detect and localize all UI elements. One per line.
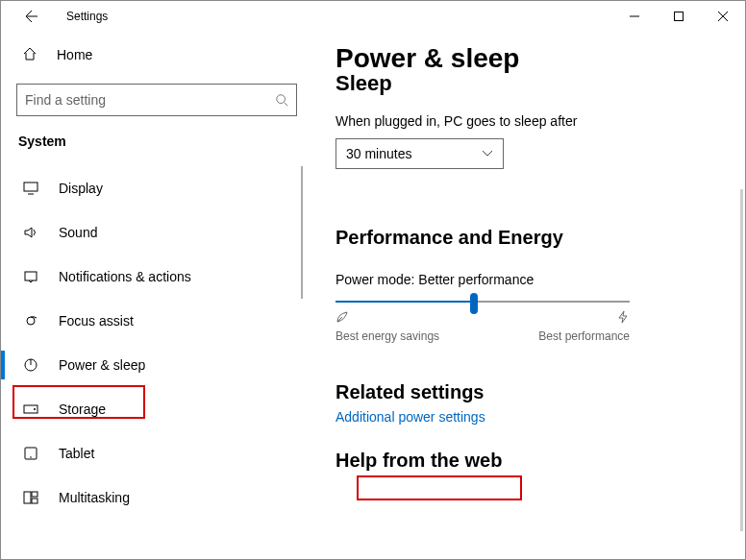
sidebar-item-label: Sound [59, 225, 97, 240]
sound-icon [22, 226, 39, 239]
sidebar-item-label: Focus assist [59, 313, 134, 329]
home-icon [22, 46, 37, 64]
power-mode-label: Power mode: Better performance [336, 272, 722, 287]
slider-thumb[interactable] [470, 293, 478, 314]
page-title: Power & sleep [336, 43, 722, 74]
help-heading: Help from the web [336, 450, 722, 472]
sidebar-home-label: Home [57, 47, 92, 62]
storage-icon [22, 403, 39, 415]
sidebar-item-sound[interactable]: Sound [16, 210, 297, 255]
sidebar-item-focus-assist[interactable]: Focus assist [16, 299, 297, 343]
chevron-down-icon [482, 150, 493, 158]
sidebar-item-power-sleep[interactable]: Power & sleep [16, 343, 297, 387]
window-title: Settings [66, 10, 108, 23]
sidebar-item-label: Tablet [59, 446, 94, 461]
svg-rect-0 [675, 12, 684, 21]
slider-labels: Best energy savings Best performance [336, 329, 630, 343]
additional-power-settings-link[interactable]: Additional power settings [336, 409, 722, 425]
main-scrollbar[interactable] [740, 189, 743, 531]
sidebar-scrollbar[interactable] [301, 166, 303, 299]
svg-rect-11 [32, 492, 37, 497]
multitasking-icon [22, 491, 39, 504]
search-icon [275, 93, 288, 107]
power-mode-slider[interactable] [336, 301, 630, 324]
slider-track [336, 301, 630, 303]
search-box[interactable] [16, 84, 297, 116]
sleep-label: When plugged in, PC goes to sleep after [336, 113, 722, 129]
sidebar-section-header: System [16, 134, 297, 149]
close-icon [718, 12, 728, 21]
display-icon [22, 182, 39, 195]
sidebar-item-home[interactable]: Home [16, 36, 297, 74]
svg-rect-2 [24, 183, 37, 191]
slider-fill [336, 301, 474, 303]
sidebar-item-label: Storage [59, 402, 106, 417]
window-controls [612, 1, 745, 32]
sidebar-item-notifications[interactable]: Notifications & actions [16, 255, 297, 299]
tablet-icon [22, 447, 39, 460]
sidebar-item-label: Power & sleep [59, 357, 145, 373]
sleep-heading: Sleep [336, 71, 722, 96]
minimize-icon [630, 12, 639, 21]
slider-max-label: Best performance [538, 329, 630, 343]
back-arrow-icon [24, 9, 39, 24]
notifications-icon [22, 270, 39, 283]
sleep-dropdown-value: 30 minutes [346, 146, 411, 161]
close-button[interactable] [701, 1, 745, 32]
svg-rect-3 [25, 272, 37, 280]
sidebar-nav: Display Sound Notifications & actions Fo… [16, 166, 297, 520]
svg-rect-10 [24, 492, 31, 503]
related-heading: Related settings [336, 381, 722, 403]
focus-icon [22, 313, 39, 329]
sidebar: Home System Display Sound Notifications … [1, 32, 312, 559]
sidebar-item-label: Display [59, 181, 103, 196]
sidebar-item-display[interactable]: Display [16, 166, 297, 210]
sleep-dropdown[interactable]: 30 minutes [336, 138, 504, 169]
performance-heading: Performance and Energy [336, 227, 722, 249]
leaf-icon [336, 310, 349, 324]
slider-min-label: Best energy savings [336, 329, 439, 343]
svg-point-9 [30, 456, 32, 458]
sidebar-item-label: Notifications & actions [59, 269, 191, 284]
back-button[interactable] [16, 1, 47, 32]
svg-rect-12 [32, 499, 37, 503]
maximize-icon [674, 12, 684, 21]
power-icon [22, 357, 39, 373]
search-input[interactable] [25, 92, 275, 108]
svg-point-1 [277, 95, 286, 104]
sidebar-item-storage[interactable]: Storage [16, 387, 297, 431]
sidebar-item-tablet[interactable]: Tablet [16, 431, 297, 475]
minimize-button[interactable] [612, 1, 657, 32]
svg-point-4 [27, 317, 35, 325]
sidebar-item-multitasking[interactable]: Multitasking [16, 475, 297, 520]
maximize-button[interactable] [657, 1, 701, 32]
related-settings: Related settings Additional power settin… [336, 381, 722, 425]
titlebar: Settings [1, 1, 745, 32]
svg-point-7 [34, 408, 36, 410]
sidebar-item-label: Multitasking [59, 490, 130, 505]
lightning-icon [616, 310, 630, 324]
main-content: Power & sleep Sleep When plugged in, PC … [312, 32, 745, 559]
